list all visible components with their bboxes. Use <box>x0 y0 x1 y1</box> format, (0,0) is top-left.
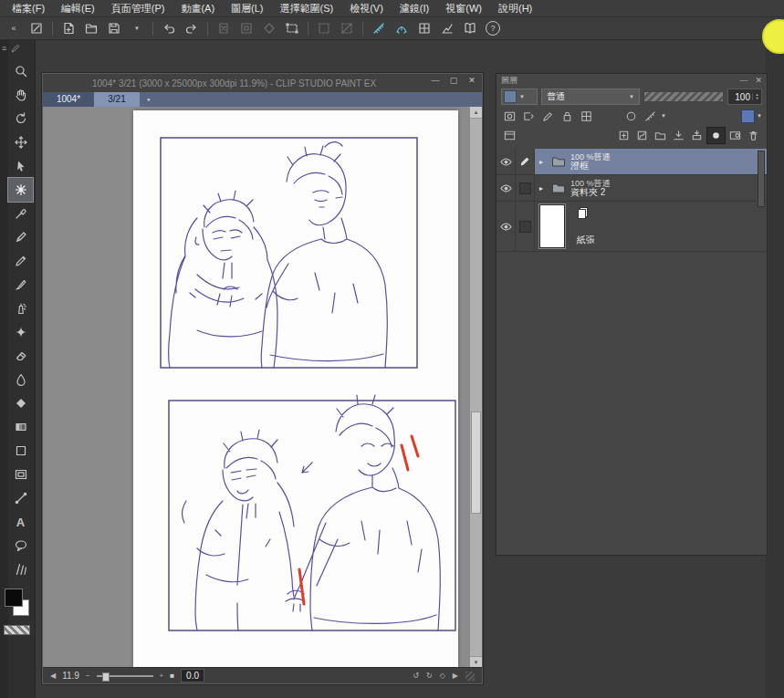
window-close-button[interactable]: ✕ <box>465 76 478 85</box>
zoom-in-button[interactable]: + <box>160 672 164 680</box>
new-file-button[interactable] <box>58 19 78 37</box>
layer-row-folder-1[interactable]: ▸ 100 %普通 澄框 <box>497 149 767 175</box>
menu-item-selection[interactable]: 選擇範圍(S) <box>272 1 342 16</box>
new-folder-icon[interactable] <box>652 128 669 143</box>
tool-figure[interactable] <box>8 439 33 463</box>
layer-checkbox[interactable] <box>516 175 535 201</box>
layer-visibility-toggle[interactable] <box>497 175 516 201</box>
rotate-cw-button[interactable]: ↻ <box>426 672 433 680</box>
window-maximize-button[interactable]: ▢ <box>447 76 460 85</box>
snap-to-grid-button[interactable] <box>414 19 434 37</box>
clip-at-layer-icon[interactable] <box>520 109 538 124</box>
tool-airbrush[interactable] <box>8 297 33 320</box>
canvas-area[interactable]: ▲ ▼ <box>43 107 482 668</box>
tool-pen[interactable] <box>8 225 33 249</box>
transform-button[interactable] <box>282 19 302 37</box>
clip-studio-paint-icon[interactable] <box>26 19 47 37</box>
tool-property-pen-icon[interactable] <box>10 43 21 54</box>
ruler-dropdown-icon[interactable]: ▼ <box>661 113 666 119</box>
page-indicator[interactable]: 3/21 <box>94 92 140 107</box>
rotate-ccw-button[interactable]: ↺ <box>413 672 419 680</box>
lock-layer-icon[interactable] <box>559 109 576 124</box>
opacity-spinner[interactable]: ▲▼ <box>752 93 761 100</box>
layer-edit-target[interactable] <box>516 149 535 174</box>
help-button[interactable]: ? <box>483 19 503 37</box>
folder-expand-icon[interactable]: ▸ <box>539 184 547 193</box>
layer-visibility-toggle[interactable] <box>497 149 516 174</box>
menu-item-help[interactable]: 說明(H) <box>490 1 540 16</box>
new-raster-layer-icon[interactable] <box>615 128 632 143</box>
menu-item-layer[interactable]: 圖層(L) <box>223 1 271 16</box>
rotation-reset-button[interactable]: ◇ <box>440 672 445 680</box>
delete-layer-icon[interactable] <box>745 128 762 143</box>
canvas-page[interactable] <box>133 110 458 668</box>
tool-hand[interactable] <box>8 83 33 107</box>
tool-rotate-canvas[interactable] <box>8 107 33 130</box>
tool-eraser[interactable] <box>8 344 33 368</box>
opacity-input[interactable]: 100 ▲▼ <box>727 89 762 105</box>
tool-zoom[interactable] <box>8 59 33 83</box>
tool-frame-border[interactable] <box>8 463 33 486</box>
set-ruler-icon[interactable] <box>642 109 659 124</box>
create-layer-mask-icon[interactable] <box>706 127 726 144</box>
paper-thumbnail[interactable] <box>539 204 565 248</box>
layer-view-list-icon[interactable] <box>501 128 518 143</box>
tool-flow-line[interactable] <box>8 557 33 581</box>
lock-transparent-pixels-icon[interactable] <box>578 109 595 124</box>
menu-item-edit[interactable]: 編輯(E) <box>53 1 103 16</box>
layer-list-scrollbar[interactable] <box>758 151 765 207</box>
manual-book-button[interactable] <box>460 19 480 37</box>
merge-to-lower-icon[interactable] <box>688 128 706 143</box>
tool-brush[interactable] <box>8 273 33 297</box>
layer-color-select[interactable]: ▼ <box>741 109 762 123</box>
zoom-slider[interactable] <box>97 675 153 677</box>
blend-mode-select[interactable]: 普通 ▼ <box>541 89 640 105</box>
save-file-button[interactable] <box>104 19 124 37</box>
zoom-reset-button[interactable]: ■ <box>170 672 174 680</box>
layer-visibility-toggle[interactable] <box>497 202 516 251</box>
save-dropdown-button[interactable]: ▼ <box>127 19 147 37</box>
layer-panel-close-icon[interactable]: ✕ <box>755 76 762 85</box>
zoom-slider-handle[interactable] <box>102 672 110 682</box>
layer-row-folder-2[interactable]: ▸ 100 %普通 資料夾 2 <box>497 175 767 202</box>
new-vector-layer-icon[interactable] <box>633 128 651 143</box>
vertical-scrollbar-thumb[interactable] <box>471 412 481 514</box>
menu-item-filter[interactable]: 濾鏡(I) <box>392 1 437 16</box>
redo-button[interactable] <box>182 19 202 37</box>
tool-fill[interactable] <box>8 391 33 415</box>
tool-selection[interactable] <box>8 178 33 202</box>
next-page-button[interactable]: ▶ <box>453 672 458 680</box>
tool-pencil[interactable] <box>8 249 33 273</box>
prev-page-button[interactable]: ◀ <box>50 672 56 680</box>
tool-correction[interactable] <box>8 486 33 510</box>
menu-item-animation[interactable]: 動畫(A) <box>172 1 223 16</box>
vertical-scrollbar[interactable]: ▲ ▼ <box>469 107 482 668</box>
tool-balloon[interactable] <box>8 534 33 557</box>
snap-to-ruler-button[interactable] <box>369 19 389 37</box>
tool-palette-menu-icon[interactable]: ≡ <box>2 44 6 53</box>
transfer-to-lower-icon[interactable] <box>670 128 687 143</box>
open-file-button[interactable] <box>81 19 101 37</box>
layer-panel-minimize-icon[interactable]: — <box>739 76 747 85</box>
layer-name[interactable]: 資料夾 2 <box>570 188 611 197</box>
main-color-swatch[interactable] <box>5 589 23 607</box>
layer-name[interactable]: 紙張 <box>577 234 595 246</box>
tool-blend[interactable] <box>8 368 33 391</box>
transparent-color-swatch[interactable] <box>4 625 30 635</box>
tool-text[interactable]: A <box>8 510 33 534</box>
collapse-toolbar-button[interactable]: « <box>4 19 24 37</box>
scroll-up-icon[interactable]: ▲ <box>470 107 482 119</box>
tool-eyedropper[interactable] <box>8 202 33 225</box>
tool-gradient[interactable] <box>8 415 33 439</box>
layer-row-paper[interactable]: 紙張 <box>497 202 767 252</box>
menu-item-file[interactable]: 檔案(F) <box>4 1 53 16</box>
layer-checkbox[interactable] <box>516 202 535 251</box>
enable-mask-icon[interactable] <box>622 109 640 124</box>
chart-button[interactable] <box>437 19 457 37</box>
snap-to-special-ruler-button[interactable] <box>392 19 412 37</box>
menu-item-window[interactable]: 視窗(W) <box>437 1 490 16</box>
draw-on-layer-icon[interactable] <box>539 109 557 124</box>
mask-area-icon[interactable] <box>501 109 518 124</box>
resize-grip[interactable] <box>465 672 475 681</box>
tool-object[interactable] <box>8 154 33 178</box>
